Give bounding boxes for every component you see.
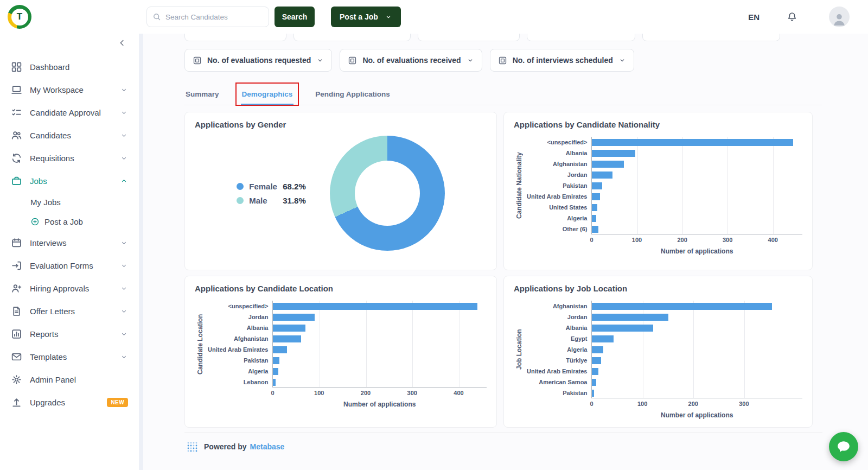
bar-row [592, 366, 802, 377]
sidebar-item-label: Requisitions [30, 154, 120, 163]
category-label: Lebanon [208, 377, 272, 388]
filter-dropdown-partial[interactable] [184, 34, 286, 41]
bar-united-arab-emirates[interactable] [592, 368, 598, 375]
sidebar-item-requisitions[interactable]: Requisitions [0, 147, 139, 169]
bar-afghanistan[interactable] [592, 161, 623, 168]
bar-other-6[interactable] [592, 226, 598, 233]
bar-jordan[interactable] [592, 172, 612, 179]
chat-bubble-icon [837, 440, 851, 454]
gender-donut[interactable] [330, 136, 445, 251]
bar-row [592, 355, 802, 366]
bar-united-states[interactable] [592, 204, 597, 211]
bar-pakistan[interactable] [592, 182, 602, 189]
bar-egypt[interactable] [592, 335, 613, 342]
metabase-link[interactable]: Metabase [250, 442, 285, 451]
bar-afghanistan[interactable] [273, 335, 301, 342]
post-a-job-button[interactable]: Post a Job [331, 7, 401, 27]
filter-dropdown-partial[interactable] [418, 34, 520, 41]
x-tick-label: 300 [723, 237, 732, 243]
bar-algeria[interactable] [592, 215, 596, 222]
sidebar-item-candidate-approval[interactable]: Candidate Approval [0, 101, 139, 124]
bar-algeria[interactable] [273, 368, 278, 375]
sidebar-item-reports[interactable]: Reports [0, 322, 139, 345]
card-applications-by-job-location: Applications by Job Location Job Locatio… [503, 276, 813, 428]
app-logo[interactable]: T [8, 5, 31, 29]
sidebar-item-templates[interactable]: Templates [0, 345, 139, 368]
x-axis-title: Number of applications [591, 411, 802, 419]
x-tick-label: 400 [768, 237, 778, 243]
tab-summary[interactable]: Summary [184, 86, 220, 105]
notifications-bell-icon[interactable] [787, 11, 797, 22]
filter-evaluations-received[interactable]: No. of evaluations received [340, 49, 482, 72]
bar-unspecified[interactable] [592, 139, 793, 146]
chart-title: Applications by Gender [195, 120, 487, 129]
legend-label: Male [249, 196, 283, 205]
sidebar-item-interviews[interactable]: Interviews [0, 231, 139, 254]
search-input[interactable] [165, 13, 263, 21]
sidebar-item-label: Interviews [30, 238, 120, 247]
filter-dropdown-partial[interactable] [527, 34, 635, 41]
metabase-logo [187, 441, 197, 452]
search-button[interactable]: Search [275, 7, 315, 27]
candidates-icon [11, 130, 22, 141]
language-selector[interactable]: EN [748, 12, 760, 22]
sidebar-item-offer-letters[interactable]: Offer Letters [0, 300, 139, 322]
bar-algeria[interactable] [592, 346, 603, 353]
filter-dropdown-partial[interactable] [642, 34, 780, 41]
bar-row [592, 301, 802, 312]
gender-chart: Female68.2%Male31.8% [195, 129, 487, 257]
bar-unspecified[interactable] [273, 303, 477, 310]
x-tick-label: 0 [271, 390, 274, 396]
user-avatar[interactable] [829, 7, 850, 27]
tab-demographics[interactable]: Demographics [241, 86, 294, 105]
sidebar-item-label: Hiring Approvals [30, 284, 120, 293]
bar-jordan[interactable] [592, 314, 668, 321]
bar-pakistan[interactable] [592, 390, 594, 397]
sidebar-item-admin-panel[interactable]: Admin Panel [0, 368, 139, 391]
category-label: Albania [527, 322, 591, 333]
top-header: T Search Post a Job EN [0, 0, 868, 34]
sidebar-item-hiring-approvals[interactable]: Hiring Approvals [0, 277, 139, 300]
chat-launcher-button[interactable] [829, 432, 858, 461]
x-axis-title: Number of applications [591, 247, 802, 255]
bar-pakistan[interactable] [273, 357, 279, 364]
category-label: <unspecified> [527, 137, 591, 148]
bar-row [592, 180, 802, 191]
sidebar-subitem-label: My Jobs [30, 198, 61, 207]
admin-panel-icon [11, 374, 22, 385]
filter-interviews-scheduled[interactable]: No. of interviews scheduled [490, 49, 634, 72]
legend-dot [237, 183, 244, 190]
bar-jordan[interactable] [273, 314, 315, 321]
candidate-search[interactable] [146, 7, 269, 27]
sidebar-subitem-post-a-job[interactable]: Post a Job [0, 212, 139, 231]
sidebar-subitem-my-jobs[interactable]: My Jobs [0, 192, 139, 212]
sidebar-item-label: Offer Letters [30, 307, 120, 316]
x-tick-label: 100 [637, 401, 647, 407]
plus-circle-icon [30, 217, 40, 226]
bar-albania[interactable] [592, 325, 653, 332]
sidebar-item-evaluation-forms[interactable]: Evaluation Forms [0, 254, 139, 277]
sidebar-item-upgrades[interactable]: UpgradesNEW [0, 391, 139, 414]
sidebar-item-dashboard[interactable]: Dashboard [0, 55, 139, 78]
workspace-icon [11, 84, 22, 96]
bar-albania[interactable] [273, 325, 305, 332]
bar-t-rkiye[interactable] [592, 357, 601, 364]
bar-american-samoa[interactable] [592, 379, 596, 386]
upgrades-icon [11, 397, 22, 408]
legend-item-female[interactable]: Female68.2% [237, 182, 306, 191]
sidebar-collapse-icon[interactable] [117, 38, 127, 48]
sidebar-item-candidates[interactable]: Candidates [0, 124, 139, 147]
filter-dropdown-partial[interactable] [293, 34, 411, 41]
tab-pending-applications[interactable]: Pending Applications [314, 86, 391, 105]
sidebar-item-my-workspace[interactable]: My Workspace [0, 78, 139, 101]
bar-afghanistan[interactable] [592, 303, 772, 310]
bar-united-arab-emirates[interactable] [592, 193, 600, 200]
filter-evaluations-requested[interactable]: No. of evaluations requested [184, 49, 332, 72]
bar-united-arab-emirates[interactable] [273, 346, 287, 353]
legend-item-male[interactable]: Male31.8% [237, 196, 306, 205]
sidebar-item-jobs[interactable]: Jobs [0, 169, 139, 192]
category-label: Pakistan [527, 388, 591, 398]
bar-albania[interactable] [592, 150, 635, 157]
bar-lebanon[interactable] [273, 379, 275, 386]
sidebar-scrollbar-track[interactable] [139, 34, 143, 470]
